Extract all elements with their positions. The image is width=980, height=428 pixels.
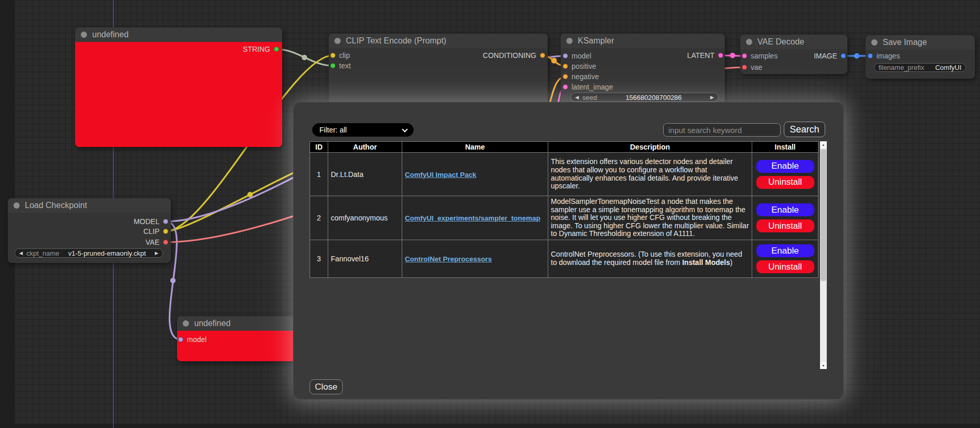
- model-port-dot-icon[interactable]: [178, 337, 183, 342]
- output-port-clip[interactable]: CLIP: [143, 227, 168, 235]
- search-button[interactable]: Search: [784, 122, 825, 137]
- link-midpoint-dot: [170, 278, 175, 283]
- image-port-dot-icon[interactable]: [868, 53, 873, 58]
- string-port-dot-icon[interactable]: [274, 47, 279, 52]
- conditioning-port-dot-icon[interactable]: [563, 64, 568, 69]
- extension-id: 3: [310, 240, 328, 278]
- filter-select[interactable]: Filter: all: [312, 123, 414, 137]
- table-header-row: ID Author Name Description Install: [310, 142, 818, 153]
- scrollbar-thumb[interactable]: [821, 149, 826, 281]
- node-header[interactable]: Load Checkpoint: [8, 198, 171, 213]
- latent-port-dot-icon[interactable]: [563, 84, 568, 90]
- node-header[interactable]: KSampler: [561, 34, 725, 48]
- extension-author: Fannovel16: [328, 240, 402, 278]
- node-vae-decode[interactable]: VAE Decode samples vae IMAGE: [740, 35, 847, 74]
- node-title: Load Checkpoint: [25, 201, 87, 210]
- node-clip-text-encode[interactable]: CLIP Text Encode (Prompt) clip text COND…: [329, 34, 548, 109]
- close-button[interactable]: Close: [310, 379, 343, 394]
- input-port-model[interactable]: model: [178, 335, 207, 344]
- node-title: VAE Decode: [757, 37, 804, 47]
- input-port-clip[interactable]: clip: [330, 51, 350, 60]
- output-port-string[interactable]: STRING: [243, 45, 279, 53]
- output-port-image[interactable]: IMAGE: [814, 52, 846, 60]
- extension-description: This extension offers various detector n…: [548, 153, 752, 196]
- ckpt-name-widget[interactable]: ckpt_name v1-5-pruned-emaonly.ckpt: [14, 248, 163, 258]
- enable-button[interactable]: Enable: [756, 244, 814, 257]
- node-collapse-dot-icon[interactable]: [334, 38, 341, 44]
- latent-port-dot-icon[interactable]: [718, 53, 723, 58]
- node-load-checkpoint[interactable]: Load Checkpoint MODEL CLIP VAE ckpt_name…: [8, 198, 171, 263]
- widget-value: v1-5-pruned-emaonly.ckpt: [68, 249, 146, 257]
- node-title: undefined: [92, 30, 128, 39]
- output-port-latent[interactable]: LATENT: [687, 51, 723, 60]
- node-header[interactable]: VAE Decode: [740, 35, 847, 49]
- input-port-negative[interactable]: negative: [563, 72, 599, 81]
- node-graph-canvas[interactable]: undefined STRING CLIP Text Encode (Promp…: [0, 0, 980, 428]
- node-collapse-dot-icon[interactable]: [566, 38, 573, 44]
- node-collapse-dot-icon[interactable]: [81, 32, 87, 38]
- node-collapse-dot-icon[interactable]: [13, 202, 20, 209]
- increment-arrow-icon[interactable]: [155, 251, 158, 256]
- node-header[interactable]: CLIP Text Encode (Prompt): [329, 34, 548, 48]
- output-port-conditioning[interactable]: CONDITIONING: [483, 51, 545, 60]
- vae-port-dot-icon[interactable]: [163, 240, 168, 245]
- decrement-arrow-icon[interactable]: [19, 251, 23, 256]
- extension-name-link[interactable]: ComfyUI Impact Pack: [405, 171, 476, 179]
- node-undefined-bottom[interactable]: undefined model: [177, 316, 304, 361]
- node-header[interactable]: undefined: [177, 316, 304, 331]
- increment-arrow-icon[interactable]: [710, 95, 714, 100]
- extension-name-link[interactable]: ComfyUI_experiments/sampler_tonemap: [405, 214, 540, 222]
- enable-button[interactable]: Enable: [756, 203, 814, 216]
- conditioning-port-dot-icon[interactable]: [540, 53, 545, 58]
- output-port-vae[interactable]: VAE: [145, 238, 168, 246]
- conditioning-port-dot-icon[interactable]: [563, 74, 568, 79]
- extension-author: comfyanonymous: [328, 196, 402, 240]
- output-port-model[interactable]: MODEL: [134, 217, 168, 226]
- extension-description: ControlNet Preprocessors. (To use this e…: [548, 240, 752, 278]
- input-port-images[interactable]: images: [868, 52, 900, 60]
- input-port-vae[interactable]: vae: [742, 63, 763, 71]
- image-port-dot-icon[interactable]: [841, 53, 846, 58]
- node-collapse-dot-icon[interactable]: [871, 39, 877, 46]
- link-midpoint-dot: [854, 53, 859, 58]
- node-header[interactable]: Save Image: [866, 35, 975, 50]
- input-port-latent-image[interactable]: latent_image: [563, 83, 613, 91]
- vae-port-dot-icon[interactable]: [742, 65, 747, 70]
- model-port-dot-icon[interactable]: [563, 53, 568, 58]
- enable-button[interactable]: Enable: [756, 160, 814, 173]
- node-header[interactable]: undefined: [75, 27, 282, 42]
- input-port-model[interactable]: model: [563, 52, 591, 60]
- search-input[interactable]: [663, 123, 781, 137]
- node-ksampler[interactable]: KSampler model positive negative latent_…: [561, 34, 725, 106]
- port-label: VAE: [145, 238, 159, 246]
- seed-widget[interactable]: seed 156680208700286: [571, 93, 719, 102]
- latent-port-dot-icon[interactable]: [742, 53, 747, 58]
- extension-row: 1 Dr.Lt.Data ComfyUI Impact Pack This ex…: [310, 153, 818, 196]
- uninstall-button[interactable]: Uninstall: [756, 176, 814, 189]
- model-port-dot-icon[interactable]: [163, 219, 168, 224]
- widget-value: ComfyUI: [935, 64, 961, 71]
- decrement-arrow-icon[interactable]: [575, 95, 579, 100]
- scroll-up-arrow-icon[interactable]: [820, 141, 827, 148]
- input-port-text[interactable]: text: [330, 62, 351, 70]
- node-collapse-dot-icon[interactable]: [746, 39, 752, 45]
- input-port-samples[interactable]: samples: [742, 52, 778, 60]
- node-collapse-dot-icon[interactable]: [183, 320, 189, 327]
- table-scrollbar[interactable]: [820, 141, 827, 369]
- uninstall-button[interactable]: Uninstall: [756, 260, 814, 273]
- extension-name-link[interactable]: ControlNet Preprocessors: [405, 255, 492, 263]
- node-save-image[interactable]: Save Image images filename_prefix ComfyU…: [866, 35, 975, 79]
- node-undefined-top[interactable]: undefined STRING: [75, 27, 282, 147]
- text-port-dot-icon[interactable]: [330, 63, 335, 68]
- scroll-down-arrow-icon[interactable]: [820, 362, 827, 369]
- clip-port-dot-icon[interactable]: [330, 53, 335, 58]
- filename-prefix-widget[interactable]: filename_prefix ComfyUI: [874, 63, 966, 72]
- port-label: CONDITIONING: [483, 51, 536, 60]
- extension-author: Dr.Lt.Data: [328, 153, 402, 196]
- extension-row: 3 Fannovel16 ControlNet Preprocessors Co…: [310, 240, 818, 278]
- input-port-positive[interactable]: positive: [563, 62, 596, 70]
- clip-port-dot-icon[interactable]: [163, 229, 168, 234]
- uninstall-button[interactable]: Uninstall: [756, 219, 814, 232]
- extension-description: ModelSamplerTonemapNoiseTest a node that…: [548, 196, 752, 240]
- link-midpoint-dot: [730, 53, 735, 58]
